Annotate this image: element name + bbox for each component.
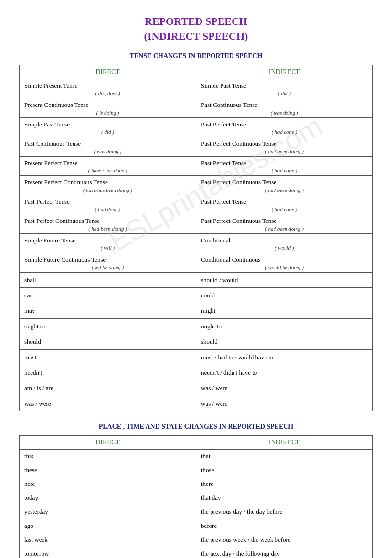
- place-row: yesterdaythe previous day / the day befo…: [20, 505, 373, 519]
- tense-row: Present Perfect Continuous Tense( have/h…: [20, 176, 373, 195]
- modal-indirect-cell: ought to: [196, 318, 373, 334]
- modal-direct-cell: shall: [20, 272, 196, 287]
- section2-title: PLACE , TIME AND STATE CHANGES IN REPORT…: [19, 423, 373, 431]
- modal-row: shallshould / would: [20, 272, 373, 287]
- place-row: todaythat day: [20, 491, 373, 505]
- modal-indirect-cell: must / had to / would have to: [196, 349, 373, 365]
- tense-row: Simple Past Tense( did )Past Perfect Ten…: [20, 117, 373, 137]
- tense-indirect-cell: Past Perfect Tense( had done ): [196, 117, 373, 137]
- tense-indirect-header: INDIRECT: [196, 65, 373, 79]
- tense-indirect-cell: Past Perfect Tense( had done ): [196, 156, 373, 176]
- tense-indirect-cell: Past Perfect Continuous Tense( had been …: [196, 137, 373, 157]
- modal-direct-cell: should: [20, 334, 196, 349]
- modal-row: am / is / arewas / were: [20, 380, 373, 396]
- tense-direct-cell: Past Perfect Tense( had done ): [20, 195, 196, 214]
- tense-row: Simple Future Continuous Tense( wil be d…: [20, 253, 373, 273]
- tense-direct-cell: Simple Past Tense( did ): [20, 117, 196, 137]
- modal-row: needn'tneedn't / didn't have to: [20, 365, 373, 380]
- tense-table: DIRECT INDIRECT Simple Present Tense( do…: [19, 65, 373, 412]
- tense-direct-cell: Simple Present Tense( do , does ): [20, 79, 196, 98]
- modal-indirect-cell: was / were: [196, 380, 373, 396]
- tense-direct-cell: Simple Future Continuous Tense( wil be d…: [20, 253, 196, 273]
- modal-indirect-cell: might: [196, 303, 373, 318]
- tense-row: Present Perfect Tense( have / has done )…: [20, 156, 373, 176]
- tense-row: Simple Future Tense( will )Conditional( …: [20, 233, 373, 253]
- place-indirect-header: INDIRECT: [196, 436, 373, 450]
- place-direct-cell: yesterday: [20, 505, 196, 519]
- section1-title: TENSE CHANGES IN REPORTED SPEECH: [19, 53, 373, 60]
- tense-direct-cell: Past Continuous Tense( was doing ): [20, 137, 196, 157]
- modal-direct-cell: needn't: [20, 365, 196, 380]
- modal-direct-cell: ought to: [20, 318, 196, 334]
- tense-indirect-cell: Past Perfect Tense( had done ): [196, 195, 373, 214]
- place-indirect-cell: that day: [196, 491, 373, 505]
- tense-row: Past Perfect Tense( had done )Past Perfe…: [20, 195, 373, 214]
- place-table: DIRECT INDIRECT thisthatthesethosehereth…: [19, 435, 373, 558]
- place-indirect-cell: there: [196, 477, 373, 491]
- modal-indirect-cell: should / would: [196, 272, 373, 287]
- modal-row: maymight: [20, 303, 373, 318]
- tense-direct-cell: Present Continuous Tense( is doing ): [20, 98, 196, 118]
- tense-direct-cell: Present Perfect Tense( have / has done ): [20, 156, 196, 176]
- modal-direct-cell: must: [20, 349, 196, 365]
- tense-direct-header: DIRECT: [20, 65, 196, 79]
- tense-direct-cell: Simple Future Tense( will ): [20, 233, 196, 253]
- modal-direct-cell: am / is / are: [20, 380, 196, 396]
- tense-indirect-cell: Past Continuous Tense( was doing ): [196, 98, 373, 118]
- modal-indirect-cell: was / were: [196, 396, 373, 411]
- modal-row: ought toought to: [20, 318, 373, 334]
- modal-indirect-cell: needn't / didn't have to: [196, 365, 373, 380]
- place-row: agobefore: [20, 519, 373, 533]
- place-direct-header: DIRECT: [20, 436, 196, 450]
- place-indirect-cell: the previous week / the week before: [196, 533, 373, 547]
- place-direct-cell: these: [20, 463, 196, 477]
- place-direct-cell: today: [20, 491, 196, 505]
- tense-direct-cell: Present Perfect Continuous Tense( have/h…: [20, 176, 196, 195]
- place-indirect-cell: that: [196, 450, 373, 463]
- place-direct-cell: this: [20, 450, 196, 463]
- place-indirect-cell: the previous day / the day before: [196, 505, 373, 519]
- tense-direct-cell: Past Perfect Continuous Tense( had been …: [20, 214, 196, 234]
- tense-row: Past Perfect Continuous Tense( had been …: [20, 214, 373, 234]
- tense-indirect-cell: Simple Past Tense( did ): [196, 79, 373, 98]
- place-direct-cell: tomorrow: [20, 547, 196, 558]
- place-row: herethere: [20, 477, 373, 491]
- place-direct-cell: ago: [20, 519, 196, 533]
- tense-indirect-cell: Past Perfect Continuous Tense( had been …: [196, 176, 373, 195]
- modal-row: was / werewas / were: [20, 396, 373, 411]
- tense-indirect-cell: Conditional( would ): [196, 233, 373, 253]
- tense-indirect-cell: Past Perfect Continuous Tense( had been …: [196, 214, 373, 234]
- place-row: thesethose: [20, 463, 373, 477]
- modal-row: mustmust / had to / would have to: [20, 349, 373, 365]
- place-indirect-cell: the next day / the following day: [196, 547, 373, 558]
- place-direct-cell: last week: [20, 533, 196, 547]
- page-title: REPORTED SPEECH (INDIRECT SPEECH): [19, 14, 373, 44]
- modal-indirect-cell: could: [196, 287, 373, 303]
- tense-row: Simple Present Tense( do , does )Simple …: [20, 79, 373, 98]
- tense-row: Present Continuous Tense( is doing )Past…: [20, 98, 373, 118]
- modal-direct-cell: can: [20, 287, 196, 303]
- modal-direct-cell: was / were: [20, 396, 196, 411]
- modal-indirect-cell: should: [196, 334, 373, 349]
- modal-row: shouldshould: [20, 334, 373, 349]
- modal-direct-cell: may: [20, 303, 196, 318]
- modal-row: cancould: [20, 287, 373, 303]
- place-row: tomorrowthe next day / the following day: [20, 547, 373, 558]
- tense-row: Past Continuous Tense( was doing )Past P…: [20, 137, 373, 157]
- place-indirect-cell: before: [196, 519, 373, 533]
- place-row: thisthat: [20, 450, 373, 463]
- place-row: last weekthe previous week / the week be…: [20, 533, 373, 547]
- place-indirect-cell: those: [196, 463, 373, 477]
- tense-indirect-cell: Conditional Continuous( would be doing ): [196, 253, 373, 273]
- place-direct-cell: here: [20, 477, 196, 491]
